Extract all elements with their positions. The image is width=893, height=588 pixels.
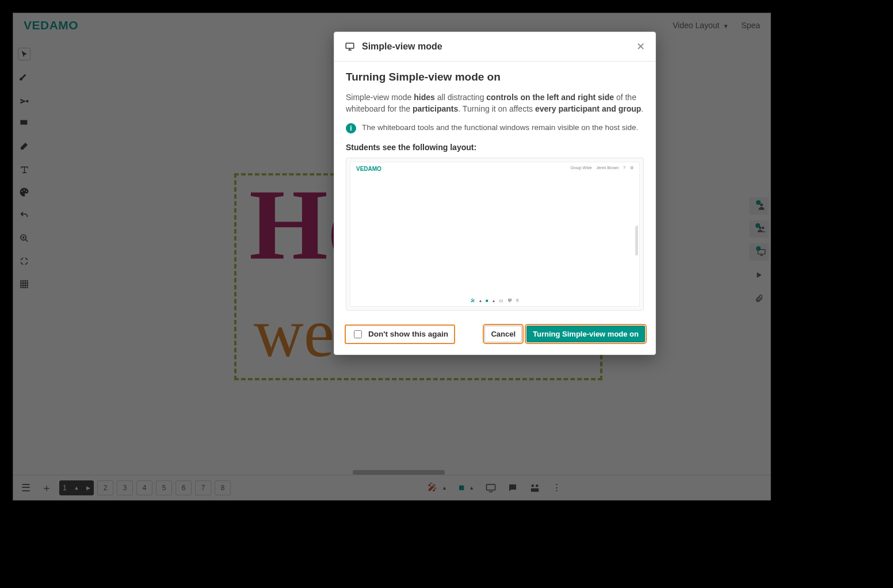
panel-attach[interactable] <box>750 289 768 307</box>
menu-button[interactable]: ☰ <box>18 480 34 496</box>
more-icon[interactable]: ⋮ <box>552 482 562 494</box>
preview-screen-icon: ▭ <box>499 298 503 303</box>
tool-fit[interactable] <box>18 255 30 268</box>
chevron-up-icon: ▴ <box>479 298 482 303</box>
t: . Turning it on affects <box>458 104 535 113</box>
close-button[interactable]: ✕ <box>636 40 645 53</box>
chevron-up-icon: ▴ <box>493 298 495 303</box>
page-active-num: 1 <box>63 484 67 492</box>
add-page-button[interactable]: ＋ <box>39 480 55 496</box>
page-tab[interactable]: 8 <box>215 480 231 495</box>
page-tab[interactable]: 6 <box>175 480 192 495</box>
tool-brush[interactable] <box>18 71 30 83</box>
t: controls on the left and right side <box>486 93 614 102</box>
svg-rect-1 <box>20 120 27 125</box>
panel-participants[interactable] <box>749 197 769 215</box>
dot-indicator-icon <box>756 246 761 251</box>
panel-screen[interactable] <box>749 243 769 261</box>
tool-undo[interactable] <box>18 209 30 222</box>
right-sidebar <box>747 197 770 307</box>
dot-indicator-icon <box>756 200 761 205</box>
panel-groups[interactable] <box>749 220 769 238</box>
camera-icon[interactable]: ■ <box>459 482 464 494</box>
preview-caption: Students see the following layout: <box>346 143 644 152</box>
monitor-icon <box>345 41 355 52</box>
page-tab[interactable]: 3 <box>117 480 133 495</box>
bottom-grab-handle[interactable] <box>353 470 445 475</box>
preview-scrollbar <box>635 226 638 255</box>
image-crop-bottom <box>13 501 771 504</box>
toolbar-left <box>13 37 35 291</box>
chevron-up-icon[interactable]: ▲ <box>469 485 474 491</box>
modal-heading: Turning Simple-view mode on <box>346 71 644 83</box>
tool-grid[interactable] <box>18 278 30 291</box>
svg-rect-6 <box>21 281 28 288</box>
gear-icon: ⚙ <box>630 166 634 170</box>
chevron-down-icon: ▶ <box>86 485 90 491</box>
panel-play[interactable] <box>750 266 768 284</box>
t: every participant and group <box>535 104 641 113</box>
svg-point-4 <box>26 190 27 192</box>
bottom-bar: ☰ ＋ 1▲▶ 2 3 4 5 6 7 8 🎤︎▲ ■▲ ⋮ <box>13 475 770 500</box>
canvas-text-2: we <box>254 299 334 368</box>
brand-logo: VEDAMO <box>24 18 78 32</box>
tool-cursor[interactable] <box>18 48 30 60</box>
preview-tr-1: Group Wide <box>570 166 591 170</box>
layout-preview: VEDAMO Group Wide Jenni Brown ? ⚙ 🎤︎▴ ■▴… <box>346 158 644 311</box>
t: participants <box>413 104 458 113</box>
dont-show-label: Don't show this again <box>368 330 448 338</box>
svg-rect-15 <box>346 43 354 48</box>
svg-point-12 <box>532 484 535 487</box>
dont-show-again[interactable]: Don't show this again <box>345 324 455 344</box>
svg-point-13 <box>536 484 539 487</box>
page-switcher: 1▲▶ 2 3 4 5 6 7 8 <box>59 480 231 495</box>
info-icon: i <box>346 123 356 133</box>
video-layout-menu[interactable]: Video Layout ▼ <box>673 21 728 30</box>
svg-point-3 <box>24 189 25 190</box>
dont-show-checkbox[interactable] <box>354 330 362 338</box>
help-icon: ? <box>623 166 625 170</box>
mic-muted-icon[interactable]: 🎤︎ <box>428 482 437 494</box>
tool-color[interactable] <box>18 186 30 198</box>
tool-pointer[interactable] <box>18 94 30 106</box>
t: hides <box>414 93 435 102</box>
chevron-down-icon: ▼ <box>723 23 728 29</box>
tool-shape[interactable] <box>18 117 30 129</box>
tool-text[interactable] <box>18 163 30 175</box>
confirm-button[interactable]: Turning Simple-view mode on <box>526 326 645 342</box>
top-right-truncated: Spea <box>741 21 760 30</box>
screen-share-icon[interactable] <box>486 483 496 493</box>
page-tab[interactable]: 7 <box>195 480 211 495</box>
page-tab[interactable]: 5 <box>156 480 172 495</box>
modal-description: Simple-view mode hides all distracting c… <box>346 91 644 115</box>
preview-logo: VEDAMO <box>356 166 381 172</box>
chevron-up-icon[interactable]: ▲ <box>442 485 447 491</box>
svg-point-0 <box>26 100 28 102</box>
preview-tr-2: Jenni Brown <box>597 166 619 170</box>
preview-chat-icon: 💬︎ <box>507 298 512 303</box>
page-tab[interactable]: 2 <box>97 480 113 495</box>
modal-note: The whiteboard tools and the functional … <box>362 123 638 132</box>
preview-mic-icon: 🎤︎ <box>471 298 475 303</box>
tool-eraser[interactable] <box>18 140 30 152</box>
t: . <box>641 104 643 113</box>
modal-title: Simple-view mode <box>362 41 442 52</box>
cancel-button[interactable]: Cancel <box>484 326 522 342</box>
t: Simple-view mode <box>346 93 414 102</box>
svg-point-9 <box>761 226 764 228</box>
svg-rect-14 <box>531 488 539 491</box>
breakout-icon[interactable] <box>529 483 540 493</box>
t: all distracting <box>435 93 486 102</box>
svg-point-2 <box>21 190 22 192</box>
page-tab[interactable]: 4 <box>136 480 152 495</box>
preview-hand-icon: ✋︎ <box>516 298 519 304</box>
chat-icon[interactable] <box>507 483 518 493</box>
video-layout-label: Video Layout <box>673 21 719 30</box>
dot-indicator-icon <box>755 223 760 228</box>
simple-view-modal: Simple-view mode ✕ Turning Simple-view m… <box>334 32 656 355</box>
svg-rect-11 <box>487 484 495 490</box>
tool-zoom[interactable] <box>18 232 30 245</box>
preview-cam-icon: ■ <box>486 298 489 303</box>
page-active[interactable]: 1▲▶ <box>59 480 94 495</box>
chevron-up-icon: ▲ <box>74 485 79 491</box>
